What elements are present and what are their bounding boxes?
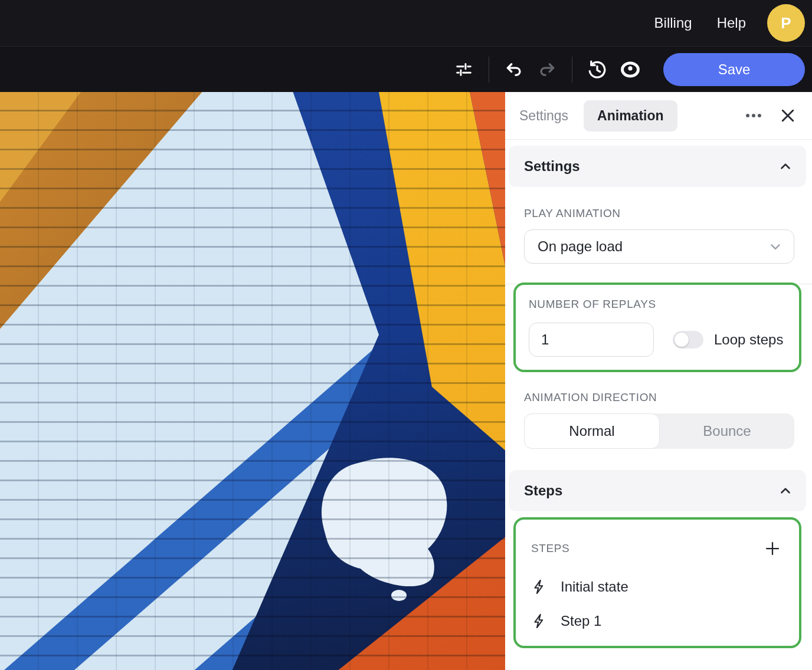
toggle-knob [675,333,689,347]
play-animation-group: PLAY ANIMATION On page load [509,207,806,264]
canvas-image[interactable] [0,92,505,670]
section-steps-title: Steps [524,482,562,499]
app-window: Billing Help P [0,0,812,670]
panel-body: Settings PLAY ANIMATION On page load [505,140,812,648]
lightning-icon [531,613,548,629]
direction-option-bounce[interactable]: Bounce [660,413,794,449]
direction-segmented-control: Normal Bounce [524,413,794,449]
save-button[interactable]: Save [663,53,805,86]
direction-label: ANIMATION DIRECTION [524,391,794,404]
direction-group: ANIMATION DIRECTION Normal Bounce [509,391,806,449]
play-animation-value: On page load [538,238,623,255]
preview-eye-icon[interactable] [614,53,647,86]
toolbar-divider [489,57,489,83]
tab-settings[interactable]: Settings [519,108,568,124]
add-step-icon[interactable] [760,536,785,561]
direction-option-normal[interactable]: Normal [524,413,660,449]
main-area: Settings Animation Settings [0,92,812,670]
panel-header: Settings Animation [505,92,812,140]
avatar[interactable]: P [767,4,805,42]
section-steps-header[interactable]: Steps [509,470,806,511]
mural-paint-splat [322,458,475,611]
chevron-up-icon [778,483,793,498]
help-link[interactable]: Help [717,15,746,31]
history-icon[interactable] [581,53,614,86]
editor-toolbar: Save [0,46,812,92]
steps-highlight-box: STEPS Initial state [513,517,801,648]
chevron-down-icon [768,239,783,254]
more-options-icon[interactable] [740,102,767,129]
topbar: Billing Help P [0,0,812,46]
loop-steps-label: Loop steps [714,331,783,348]
chevron-up-icon [778,159,793,174]
replays-label: NUMBER OF REPLAYS [529,298,786,311]
redo-icon[interactable] [531,53,564,86]
adjust-settings-icon[interactable] [447,53,480,86]
loop-steps-toggle[interactable] [673,331,703,349]
section-settings-title: Settings [524,158,580,175]
replays-highlight-box: NUMBER OF REPLAYS Loop steps [513,283,801,372]
step-item-initial-state[interactable]: Initial state [531,579,786,595]
tab-animation[interactable]: Animation [584,100,677,132]
avatar-initial: P [781,14,791,32]
steps-list-label: STEPS [531,542,569,555]
play-animation-label: PLAY ANIMATION [524,207,794,220]
billing-link[interactable]: Billing [654,15,692,31]
play-animation-select[interactable]: On page load [524,229,794,264]
close-icon[interactable] [775,103,800,128]
toolbar-divider [572,57,572,83]
step-item-step-1[interactable]: Step 1 [531,613,786,629]
section-settings-header[interactable]: Settings [509,146,806,187]
lightning-icon [531,579,548,595]
undo-icon[interactable] [497,53,531,86]
properties-panel: Settings Animation Settings [505,92,812,670]
step-item-label: Step 1 [561,613,601,629]
replays-input[interactable] [529,323,654,357]
step-item-label: Initial state [561,579,628,595]
